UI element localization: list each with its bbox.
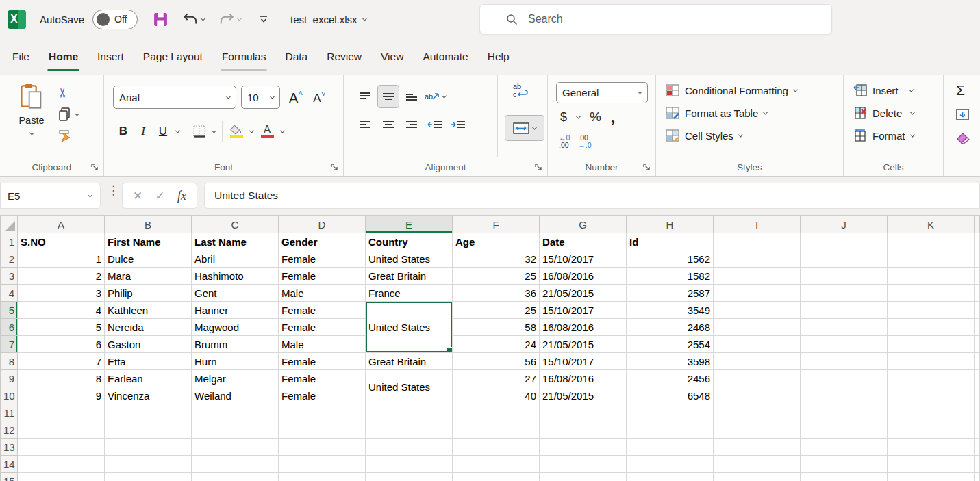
- col-header-E[interactable]: E: [366, 216, 453, 233]
- cell-E3[interactable]: Great Britain: [366, 268, 453, 285]
- cell-D3[interactable]: Female: [279, 268, 366, 285]
- borders-button[interactable]: [192, 125, 206, 138]
- cell-K7[interactable]: [888, 336, 975, 353]
- cell-I13[interactable]: [714, 439, 801, 456]
- cell-J1[interactable]: [801, 233, 888, 250]
- cell-G4[interactable]: 21/05/2015: [540, 285, 627, 302]
- font-color-chevron[interactable]: [280, 128, 285, 133]
- cell-J4[interactable]: [801, 285, 888, 302]
- cell-J2[interactable]: [801, 250, 888, 268]
- row-header-9[interactable]: 9: [1, 370, 18, 387]
- cell-E4[interactable]: France: [366, 285, 453, 302]
- cell-F1[interactable]: Age: [453, 233, 540, 250]
- cell-H4[interactable]: 2587: [627, 285, 714, 302]
- cell-G7[interactable]: 21/05/2015: [540, 336, 627, 353]
- cell-A1[interactable]: S.NO: [18, 233, 105, 250]
- cell-A15[interactable]: [18, 473, 105, 481]
- col-header-A[interactable]: A: [18, 216, 105, 233]
- cell-C15[interactable]: [192, 473, 279, 481]
- cell-G6[interactable]: 16/08/2016: [540, 319, 627, 336]
- tab-home[interactable]: Home: [39, 38, 88, 75]
- paste-dropdown-chevron[interactable]: [29, 131, 34, 135]
- comma-style-button[interactable]: ,: [611, 114, 615, 120]
- row-header-11[interactable]: 11: [1, 404, 18, 421]
- fill-button[interactable]: [956, 105, 970, 123]
- cell-F14[interactable]: [453, 456, 540, 473]
- cell-I4[interactable]: [714, 285, 801, 302]
- excel-app-icon[interactable]: X: [8, 10, 26, 29]
- cell-A11[interactable]: [18, 404, 105, 421]
- cell-A12[interactable]: [18, 421, 105, 439]
- align-middle-button[interactable]: [377, 85, 399, 108]
- cell-E14[interactable]: [366, 456, 453, 473]
- cell-F8[interactable]: 56: [453, 353, 540, 370]
- name-box-chevron[interactable]: [88, 192, 92, 197]
- cell-K1[interactable]: [888, 233, 975, 250]
- font-dialog-launcher[interactable]: [330, 163, 338, 171]
- cell-B13[interactable]: [105, 439, 192, 456]
- cell-J13[interactable]: [801, 439, 888, 456]
- cell-A10[interactable]: 9: [18, 387, 105, 404]
- cell-E5[interactable]: United States: [366, 302, 453, 353]
- cell-C3[interactable]: Hashimoto: [192, 268, 279, 285]
- cell-I10[interactable]: [714, 387, 801, 404]
- cell-C5[interactable]: Hanner: [192, 302, 279, 319]
- copy-dropdown-chevron[interactable]: [75, 111, 79, 116]
- cell-E11[interactable]: [366, 404, 453, 421]
- cell-J10[interactable]: [801, 387, 888, 404]
- cell-C2[interactable]: Abril: [192, 250, 279, 268]
- cut-button[interactable]: ✂: [58, 85, 79, 100]
- search-box[interactable]: [479, 4, 832, 34]
- row-header-10[interactable]: 10: [1, 387, 18, 404]
- increase-font-size-button[interactable]: A˄: [289, 89, 303, 106]
- cell-E1[interactable]: Country: [366, 233, 453, 250]
- cell-H2[interactable]: 1562: [627, 250, 714, 268]
- cell-A2[interactable]: 1: [18, 250, 105, 268]
- formula-bar-drag-dots[interactable]: ⋮: [108, 188, 116, 193]
- row-header-14[interactable]: 14: [1, 456, 18, 473]
- autosum-button[interactable]: Σ: [956, 81, 970, 99]
- cell-K13[interactable]: [888, 439, 975, 456]
- underline-button[interactable]: U: [156, 125, 170, 138]
- cell-G13[interactable]: [540, 439, 627, 456]
- col-header-I[interactable]: I: [714, 216, 801, 233]
- col-header-K[interactable]: K: [888, 216, 975, 233]
- name-box[interactable]: E5: [0, 183, 101, 209]
- increase-decimal-button[interactable]: ←0 .00: [559, 134, 570, 149]
- cell-K4[interactable]: [888, 285, 975, 302]
- redo-button[interactable]: [218, 12, 241, 26]
- align-top-button[interactable]: [359, 92, 371, 101]
- cell-G10[interactable]: 21/05/2015: [540, 387, 627, 404]
- cell-D1[interactable]: Gender: [279, 233, 366, 250]
- accounting-format-button[interactable]: $: [560, 110, 567, 125]
- cell-F6[interactable]: 58: [453, 319, 540, 336]
- cell-J7[interactable]: [801, 336, 888, 353]
- cell-A8[interactable]: 7: [18, 353, 105, 370]
- cell-B6[interactable]: Nereida: [105, 319, 192, 336]
- cell-E9[interactable]: United States: [366, 370, 453, 404]
- cell-F7[interactable]: 24: [453, 336, 540, 353]
- cell-K6[interactable]: [888, 319, 975, 336]
- cell-A14[interactable]: [18, 456, 105, 473]
- cell-D11[interactable]: [279, 404, 366, 421]
- cell-C1[interactable]: Last Name: [192, 233, 279, 250]
- cell-K9[interactable]: [888, 370, 975, 387]
- cell-E8[interactable]: Great Britain: [366, 353, 453, 370]
- cell-A4[interactable]: 3: [18, 285, 105, 302]
- document-title[interactable]: test_excel.xlsx: [290, 14, 366, 25]
- cell-C10[interactable]: Weiland: [192, 387, 279, 404]
- row-header-12[interactable]: 12: [1, 421, 18, 439]
- decrease-decimal-button[interactable]: .00 →.0: [578, 134, 591, 149]
- cell-C14[interactable]: [192, 456, 279, 473]
- cell-E15[interactable]: [366, 473, 453, 481]
- cell-B3[interactable]: Mara: [105, 268, 192, 285]
- tab-review[interactable]: Review: [317, 38, 371, 75]
- tab-help[interactable]: Help: [478, 38, 519, 75]
- row-header-3[interactable]: 3: [1, 268, 18, 285]
- cell-H12[interactable]: [627, 421, 714, 439]
- cell-B7[interactable]: Gaston: [105, 336, 192, 353]
- cell-F5[interactable]: 25: [453, 302, 540, 319]
- cell-C8[interactable]: Hurn: [192, 353, 279, 370]
- cell-C4[interactable]: Gent: [192, 285, 279, 302]
- cell-A3[interactable]: 2: [18, 268, 105, 285]
